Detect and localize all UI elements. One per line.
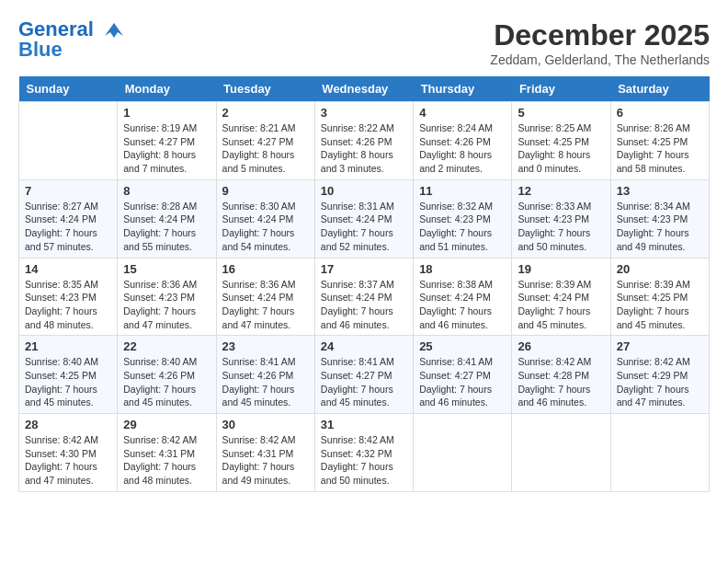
main-title: December 2025 bbox=[490, 18, 710, 52]
cell-info: Sunrise: 8:37 AM bbox=[321, 278, 407, 292]
cell-info: Sunrise: 8:42 AM bbox=[123, 433, 210, 447]
cell-info: Sunset: 4:25 PM bbox=[518, 135, 604, 149]
cell-info: Sunset: 4:24 PM bbox=[25, 213, 111, 226]
cell-info: Daylight: 7 hours and 45 minutes. bbox=[321, 383, 407, 409]
cell-info: Sunset: 4:23 PM bbox=[419, 213, 506, 226]
cell-info: Daylight: 7 hours and 46 minutes. bbox=[419, 304, 506, 331]
cell-info: Daylight: 7 hours and 45 minutes. bbox=[518, 304, 604, 331]
date-number: 19 bbox=[518, 262, 604, 276]
calendar-cell: 10Sunrise: 8:31 AMSunset: 4:24 PMDayligh… bbox=[314, 179, 413, 258]
calendar-cell bbox=[610, 414, 709, 492]
date-number: 12 bbox=[518, 184, 604, 198]
week-row-3: 14Sunrise: 8:35 AMSunset: 4:23 PMDayligh… bbox=[19, 258, 710, 336]
calendar-cell: 12Sunrise: 8:33 AMSunset: 4:23 PMDayligh… bbox=[512, 179, 610, 258]
date-number: 23 bbox=[222, 339, 309, 353]
cell-info: Daylight: 7 hours and 45 minutes. bbox=[222, 383, 309, 409]
calendar-cell: 9Sunrise: 8:30 AMSunset: 4:24 PMDaylight… bbox=[216, 179, 314, 258]
day-header-sunday: Sunday bbox=[19, 76, 118, 102]
cell-info: Daylight: 7 hours and 50 minutes. bbox=[518, 226, 604, 253]
cell-info: Sunrise: 8:25 AM bbox=[518, 121, 604, 135]
cell-info: Sunrise: 8:28 AM bbox=[123, 200, 210, 213]
calendar-cell: 15Sunrise: 8:36 AMSunset: 4:23 PMDayligh… bbox=[118, 258, 216, 336]
cell-info: Sunset: 4:24 PM bbox=[321, 291, 407, 304]
day-header-tuesday: Tuesday bbox=[216, 76, 314, 102]
cell-info: Daylight: 7 hours and 46 minutes. bbox=[419, 383, 506, 409]
cell-info: Daylight: 8 hours and 0 minutes. bbox=[518, 148, 604, 175]
cell-info: Daylight: 7 hours and 48 minutes. bbox=[25, 304, 111, 331]
cell-info: Sunrise: 8:22 AM bbox=[321, 121, 407, 135]
cell-info: Sunset: 4:32 PM bbox=[321, 447, 407, 461]
date-number: 2 bbox=[222, 106, 309, 120]
cell-info: Daylight: 8 hours and 7 minutes. bbox=[123, 148, 210, 175]
calendar-cell: 27Sunrise: 8:42 AMSunset: 4:29 PMDayligh… bbox=[610, 336, 709, 414]
date-number: 4 bbox=[419, 106, 506, 120]
date-number: 26 bbox=[518, 339, 604, 353]
calendar-cell: 31Sunrise: 8:42 AMSunset: 4:32 PMDayligh… bbox=[314, 414, 413, 492]
date-number: 30 bbox=[222, 418, 309, 431]
cell-info: Daylight: 8 hours and 2 minutes. bbox=[419, 148, 506, 175]
cell-info: Sunset: 4:24 PM bbox=[518, 291, 604, 304]
subtitle: Zeddam, Gelderland, The Netherlands bbox=[490, 52, 710, 67]
calendar-cell: 17Sunrise: 8:37 AMSunset: 4:24 PMDayligh… bbox=[314, 258, 413, 336]
calendar-cell: 26Sunrise: 8:42 AMSunset: 4:28 PMDayligh… bbox=[512, 336, 610, 414]
week-row-2: 7Sunrise: 8:27 AMSunset: 4:24 PMDaylight… bbox=[19, 179, 710, 258]
page-header: General Blue December 2025 Zeddam, Gelde… bbox=[18, 18, 710, 67]
cell-info: Sunset: 4:24 PM bbox=[222, 213, 309, 226]
cell-info: Sunrise: 8:41 AM bbox=[222, 355, 309, 369]
cell-info: Daylight: 8 hours and 5 minutes. bbox=[222, 148, 309, 175]
date-number: 20 bbox=[617, 262, 703, 276]
cell-info: Sunset: 4:27 PM bbox=[222, 135, 309, 149]
calendar-cell bbox=[414, 414, 512, 492]
cell-info: Daylight: 7 hours and 50 minutes. bbox=[321, 460, 407, 487]
calendar-cell: 7Sunrise: 8:27 AMSunset: 4:24 PMDaylight… bbox=[19, 179, 118, 258]
cell-info: Sunrise: 8:36 AM bbox=[222, 278, 309, 292]
logo-bird-icon bbox=[101, 19, 127, 41]
date-number: 1 bbox=[123, 106, 210, 120]
day-header-wednesday: Wednesday bbox=[314, 76, 413, 102]
calendar-cell: 23Sunrise: 8:41 AMSunset: 4:26 PMDayligh… bbox=[216, 336, 314, 414]
date-number: 22 bbox=[123, 339, 210, 353]
date-number: 3 bbox=[321, 106, 407, 120]
calendar-cell: 16Sunrise: 8:36 AMSunset: 4:24 PMDayligh… bbox=[216, 258, 314, 336]
week-row-5: 28Sunrise: 8:42 AMSunset: 4:30 PMDayligh… bbox=[19, 414, 710, 492]
cell-info: Sunset: 4:25 PM bbox=[25, 369, 111, 383]
calendar-cell: 19Sunrise: 8:39 AMSunset: 4:24 PMDayligh… bbox=[512, 258, 610, 336]
cell-info: Sunrise: 8:33 AM bbox=[518, 200, 604, 213]
day-header-thursday: Thursday bbox=[414, 76, 512, 102]
cell-info: Sunset: 4:26 PM bbox=[321, 135, 407, 149]
calendar-table: SundayMondayTuesdayWednesdayThursdayFrid… bbox=[18, 76, 710, 492]
cell-info: Sunrise: 8:41 AM bbox=[321, 355, 407, 369]
cell-info: Sunrise: 8:26 AM bbox=[617, 121, 703, 135]
calendar-cell bbox=[512, 414, 610, 492]
date-number: 9 bbox=[222, 184, 309, 198]
cell-info: Daylight: 7 hours and 48 minutes. bbox=[123, 460, 210, 487]
cell-info: Daylight: 7 hours and 47 minutes. bbox=[222, 304, 309, 331]
cell-info: Sunrise: 8:27 AM bbox=[25, 200, 111, 213]
calendar-cell: 11Sunrise: 8:32 AMSunset: 4:23 PMDayligh… bbox=[414, 179, 512, 258]
date-number: 13 bbox=[617, 184, 703, 198]
calendar-cell: 24Sunrise: 8:41 AMSunset: 4:27 PMDayligh… bbox=[314, 336, 413, 414]
cell-info: Sunset: 4:25 PM bbox=[617, 135, 703, 149]
cell-info: Sunrise: 8:36 AM bbox=[123, 278, 210, 292]
cell-info: Sunrise: 8:32 AM bbox=[419, 200, 506, 213]
cell-info: Sunset: 4:24 PM bbox=[123, 213, 210, 226]
date-number: 21 bbox=[25, 339, 111, 353]
date-number: 27 bbox=[617, 339, 703, 353]
cell-info: Sunrise: 8:39 AM bbox=[518, 278, 604, 292]
cell-info: Daylight: 7 hours and 45 minutes. bbox=[25, 383, 111, 409]
day-header-monday: Monday bbox=[118, 76, 216, 102]
calendar-cell: 25Sunrise: 8:41 AMSunset: 4:27 PMDayligh… bbox=[414, 336, 512, 414]
date-number: 6 bbox=[617, 106, 703, 120]
cell-info: Sunset: 4:27 PM bbox=[321, 369, 407, 383]
cell-info: Sunset: 4:27 PM bbox=[419, 369, 506, 383]
calendar-cell bbox=[19, 102, 118, 180]
calendar-cell: 29Sunrise: 8:42 AMSunset: 4:31 PMDayligh… bbox=[118, 414, 216, 492]
cell-info: Sunset: 4:23 PM bbox=[617, 213, 703, 226]
calendar-cell: 1Sunrise: 8:19 AMSunset: 4:27 PMDaylight… bbox=[118, 102, 216, 180]
cell-info: Sunrise: 8:31 AM bbox=[321, 200, 407, 213]
header-row: SundayMondayTuesdayWednesdayThursdayFrid… bbox=[19, 76, 710, 102]
calendar-cell: 21Sunrise: 8:40 AMSunset: 4:25 PMDayligh… bbox=[19, 336, 118, 414]
cell-info: Daylight: 7 hours and 47 minutes. bbox=[25, 460, 111, 487]
logo: General Blue bbox=[18, 18, 129, 62]
calendar-cell: 28Sunrise: 8:42 AMSunset: 4:30 PMDayligh… bbox=[19, 414, 118, 492]
